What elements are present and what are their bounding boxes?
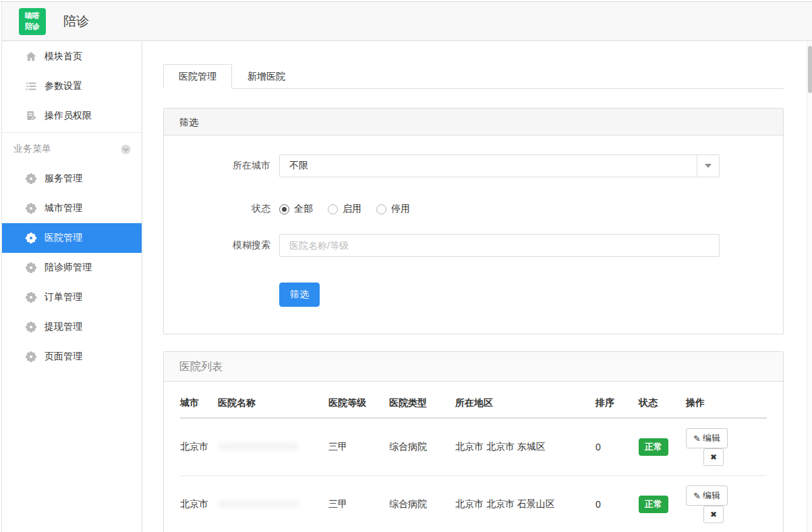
cell-region: 北京市 北京市 东城区	[455, 418, 596, 476]
gear-icon	[25, 173, 37, 185]
status-radio-all[interactable]: 全部	[279, 203, 313, 215]
city-select-value: 不限	[280, 160, 697, 172]
sidebar-item-page-management[interactable]: 页面管理	[2, 342, 142, 372]
fuzzy-search-input[interactable]	[279, 234, 720, 257]
table-header-row: 城市 医院名称 医院等级 医院类型 所在地区 排序 状态 操作	[180, 387, 767, 418]
sidebar-item-label: 参数设置	[45, 80, 82, 92]
tab-hospital-management[interactable]: 医院管理	[163, 64, 232, 89]
gear-icon	[25, 232, 37, 244]
redacted-hospital-name	[218, 443, 299, 450]
sidebar-item-order-management[interactable]: 订单管理	[2, 283, 142, 312]
tab-bar: 医院管理 新增医院	[163, 64, 784, 89]
sidebar-item-parameter-settings[interactable]: 参数设置	[2, 71, 142, 101]
gear-icon	[25, 202, 37, 214]
sidebar-item-label: 操作员权限	[45, 110, 92, 122]
fuzzy-search-label: 模糊搜索	[164, 239, 279, 252]
radio-checked-icon	[279, 204, 289, 214]
gear-icon	[25, 291, 37, 303]
radio-label: 全部	[294, 203, 313, 215]
chevron-down-icon	[705, 164, 712, 168]
collapse-chevron-icon[interactable]	[120, 144, 132, 155]
sidebar-divider	[2, 132, 142, 133]
document-icon	[25, 110, 37, 122]
list-icon	[25, 80, 37, 92]
pencil-icon: ✎	[693, 434, 701, 443]
close-icon: ✖	[710, 510, 717, 519]
cell-sort: 0	[596, 476, 639, 532]
hospital-list-panel: 医院列表 城市 医院名称 医院等级 医院类型 所在地区 排序 状态	[163, 351, 784, 532]
cell-hospital-name	[218, 476, 328, 532]
redacted-hospital-name	[218, 500, 299, 508]
status-badge: 正常	[639, 496, 668, 513]
sidebar: 模块首页 参数设置 操作员权限 业务菜单 服务管理 城市管理 医院管理 陪诊师管…	[2, 42, 142, 532]
col-hospital-type: 医院类型	[389, 387, 455, 418]
cell-sort: 0	[596, 418, 639, 476]
sidebar-item-operator-permissions[interactable]: 操作员权限	[2, 101, 142, 131]
scrollbar[interactable]	[807, 42, 812, 532]
sidebar-item-label: 服务管理	[45, 173, 82, 185]
edit-button-label: 编辑	[703, 490, 720, 502]
hospital-table: 城市 医院名称 医院等级 医院类型 所在地区 排序 状态 操作 北京市 三甲	[180, 387, 767, 532]
tab-add-hospital[interactable]: 新增医院	[232, 64, 301, 89]
sidebar-section-business-menu[interactable]: 业务菜单	[2, 134, 142, 164]
scrollbar-thumb[interactable]	[808, 46, 812, 93]
sidebar-item-service-management[interactable]: 服务管理	[2, 164, 142, 194]
cell-region: 北京市 北京市 石景山区	[455, 476, 596, 532]
sidebar-item-module-home[interactable]: 模块首页	[2, 42, 142, 71]
app-logo: 嘀嗒 陪诊	[19, 8, 46, 35]
cell-hospital-name	[218, 418, 328, 476]
filter-panel-title: 筛选	[164, 109, 783, 136]
filter-submit-button[interactable]: 筛选	[279, 283, 320, 307]
sidebar-item-hospital-management[interactable]: 医院管理	[2, 223, 142, 253]
sidebar-item-label: 陪诊师管理	[45, 262, 92, 274]
status-radio-disabled[interactable]: 停用	[376, 203, 410, 215]
cell-city: 北京市	[180, 418, 218, 476]
logo-text-line2: 陪诊	[25, 22, 40, 32]
radio-label: 启用	[343, 203, 361, 215]
delete-button[interactable]: ✖	[703, 448, 724, 466]
close-icon: ✖	[710, 452, 717, 462]
edit-button[interactable]: ✎编辑	[686, 485, 728, 506]
sidebar-section-label: 业务菜单	[13, 143, 51, 155]
delete-button[interactable]: ✖	[703, 506, 724, 523]
col-hospital-grade: 医院等级	[328, 387, 389, 418]
city-label: 所在城市	[164, 160, 279, 172]
pencil-icon: ✎	[693, 492, 701, 500]
radio-unchecked-icon	[376, 204, 386, 214]
cell-status: 正常	[639, 476, 686, 532]
radio-unchecked-icon	[328, 204, 338, 214]
gear-icon	[25, 321, 37, 333]
hospital-list-title: 医院列表	[164, 352, 783, 382]
sidebar-item-label: 页面管理	[45, 351, 82, 363]
sidebar-item-withdrawal-management[interactable]: 提现管理	[2, 312, 142, 342]
app-header: 嘀嗒 陪诊 陪诊	[2, 2, 812, 41]
sidebar-item-city-management[interactable]: 城市管理	[2, 194, 142, 223]
cell-type: 综合病院	[389, 418, 455, 476]
city-select[interactable]: 不限	[279, 154, 720, 177]
status-badge: 正常	[639, 438, 668, 456]
status-radio-enabled[interactable]: 启用	[328, 203, 361, 215]
cell-status: 正常	[639, 418, 686, 476]
logo-text-line1: 嘀嗒	[25, 11, 40, 22]
status-radio-group: 全部 启用 停用	[279, 203, 720, 215]
home-icon	[25, 51, 37, 63]
status-label: 状态	[164, 203, 279, 215]
gear-icon	[25, 262, 37, 274]
cell-grade: 三甲	[328, 476, 389, 532]
edit-button-label: 编辑	[703, 432, 720, 444]
cell-city: 北京市	[180, 476, 218, 532]
table-row: 北京市 三甲 综合病院 北京市 北京市 石景山区 0 正常 ✎编辑 ✖	[180, 476, 767, 532]
city-select-arrow-button[interactable]	[697, 155, 719, 177]
cell-grade: 三甲	[328, 418, 389, 476]
app-title: 陪诊	[63, 13, 89, 30]
gear-icon	[25, 351, 37, 363]
col-status: 状态	[639, 387, 686, 418]
col-region: 所在地区	[455, 387, 596, 418]
table-row: 北京市 三甲 综合病院 北京市 北京市 东城区 0 正常 ✎编辑 ✖	[180, 418, 767, 476]
edit-button[interactable]: ✎编辑	[686, 428, 728, 448]
sidebar-item-label: 模块首页	[45, 51, 82, 63]
sidebar-item-escort-management[interactable]: 陪诊师管理	[2, 253, 142, 283]
cell-actions: ✎编辑 ✖	[686, 418, 767, 476]
radio-label: 停用	[391, 203, 410, 215]
cell-type: 综合病院	[389, 476, 455, 532]
